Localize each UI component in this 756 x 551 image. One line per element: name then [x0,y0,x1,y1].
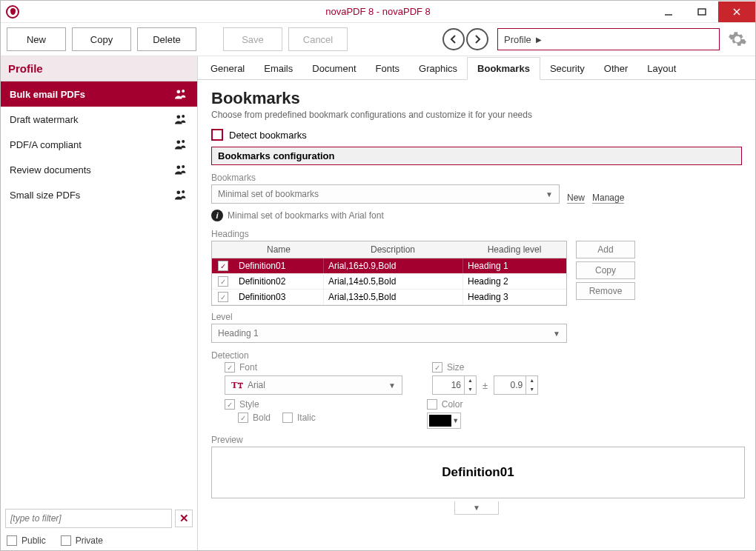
col-heading: Heading level [462,241,566,258]
bold-label: Bold [253,413,271,423]
profile-breadcrumb[interactable]: Profile ▶ [497,28,720,50]
expand-button[interactable]: ▼ [454,501,499,515]
italic-label: Italic [297,413,316,423]
gear-icon [728,30,747,49]
chevron-down-icon: ▼ [451,417,460,424]
color-swatch [429,415,451,427]
profile-label: Profile [504,34,531,45]
col-description: Description [323,241,462,258]
manage-link[interactable]: Manage [592,193,624,204]
size-spinner[interactable]: 16▲▼ [432,375,477,395]
forward-button[interactable] [466,28,488,50]
chevron-down-icon: ▼ [553,330,560,338]
users-icon [173,88,188,100]
bookmarks-label: Bookmarks [211,173,742,183]
sidebar: Profile Bulk email PDFsDraft watermarkPD… [1,56,198,551]
svg-point-8 [176,140,180,144]
tab-graphics[interactable]: Graphics [409,58,467,79]
font-label: Font [239,362,257,373]
preview-box: Definition01 [211,447,745,498]
table-row[interactable]: ✓Definition01Arial,16±0.9,BoldHeading 1 [212,258,566,274]
svg-point-9 [182,140,185,143]
cancel-button[interactable]: Cancel [288,27,348,51]
sidebar-item[interactable]: Bulk email PDFs [1,81,197,107]
settings-button[interactable] [726,28,749,50]
sidebar-item[interactable]: PDF/A compliant [1,132,197,157]
style-label: Style [239,399,259,410]
row-checkbox[interactable]: ✓ [218,292,228,302]
info-text: Minimal set of bookmarks with Arial font [228,210,384,221]
new-button[interactable]: New [7,27,66,51]
tab-security[interactable]: Security [540,58,594,79]
sidebar-item[interactable]: Draft watermark [1,107,197,132]
tab-emails[interactable]: Emails [254,58,302,79]
bookmarks-combo[interactable]: Minimal set of bookmarks ▼ [211,184,560,204]
svg-point-4 [176,90,180,93]
sidebar-header: Profile [1,56,197,81]
private-checkbox[interactable] [61,535,71,546]
svg-point-11 [182,165,185,168]
svg-point-5 [182,90,185,93]
page-title: Bookmarks [211,89,742,108]
add-button[interactable]: Add [576,241,635,258]
maximize-button[interactable] [685,1,718,22]
tab-bookmarks[interactable]: Bookmarks [467,57,540,80]
public-checkbox[interactable] [7,535,17,546]
bold-checkbox[interactable]: ✓ [238,413,248,423]
users-icon [173,189,188,201]
row-checkbox[interactable]: ✓ [218,261,228,271]
app-icon [6,5,19,19]
svg-point-12 [176,190,180,194]
copy-button[interactable]: Copy [72,27,131,51]
color-picker[interactable]: ▼ [427,413,461,429]
detect-bookmarks-checkbox[interactable] [211,129,223,141]
truetype-icon: Tᴛ [231,379,243,391]
save-button[interactable]: Save [223,27,282,51]
row-checkbox[interactable]: ✓ [218,276,228,287]
table-row[interactable]: ✓Definition03Arial,13±0.5,BoldHeading 3 [212,290,566,305]
public-label: Public [21,535,46,546]
info-icon: i [211,210,223,221]
font-checkbox[interactable]: ✓ [225,362,235,373]
copy-heading-button[interactable]: Copy [576,261,635,279]
tab-general[interactable]: General [201,58,254,79]
preview-label: Preview [211,435,742,445]
tab-document[interactable]: Document [302,58,365,79]
size-checkbox[interactable]: ✓ [432,362,442,373]
minimize-button[interactable] [651,1,685,22]
font-combo[interactable]: Tᴛ Arial ▼ [225,375,402,395]
color-checkbox[interactable] [427,399,437,410]
italic-checkbox[interactable] [282,413,293,423]
level-combo[interactable]: Heading 1 ▼ [211,324,567,343]
svg-point-7 [182,115,185,118]
sidebar-item[interactable]: Small size PDFs [1,182,197,207]
back-button[interactable] [442,28,465,50]
close-button[interactable] [718,1,755,22]
tab-other[interactable]: Other [594,58,638,79]
tolerance-spinner[interactable]: 0.9▲▼ [494,375,538,395]
table-row[interactable]: ✓Definition02Arial,14±0.5,BoldHeading 2 [212,274,566,290]
detection-label: Detection [211,350,742,361]
users-icon [173,113,188,125]
svg-point-10 [176,165,180,169]
new-link[interactable]: New [567,193,585,204]
titlebar: novaPDF 8 - novaPDF 8 [1,1,755,23]
plus-minus-label: ± [480,380,491,391]
size-label: Size [447,362,464,373]
toolbar: New Copy Delete Save Cancel Profile ▶ [1,23,755,56]
tab-fonts[interactable]: Fonts [366,58,410,79]
users-icon [173,138,188,150]
users-icon [173,164,188,176]
breadcrumb-arrow-icon: ▶ [536,36,542,44]
filter-clear-button[interactable]: ✕ [175,510,193,527]
style-checkbox[interactable]: ✓ [225,399,235,410]
remove-button[interactable]: Remove [576,282,635,300]
filter-input[interactable] [5,509,172,528]
color-label: Color [442,399,463,410]
tabs: GeneralEmailsDocumentFontsGraphicsBookma… [198,56,755,80]
level-label: Level [211,312,567,322]
delete-button[interactable]: Delete [137,27,196,51]
detect-bookmarks-label: Detect bookmarks [229,130,307,141]
tab-layout[interactable]: Layout [637,58,686,79]
sidebar-item[interactable]: Review documents [1,157,197,182]
